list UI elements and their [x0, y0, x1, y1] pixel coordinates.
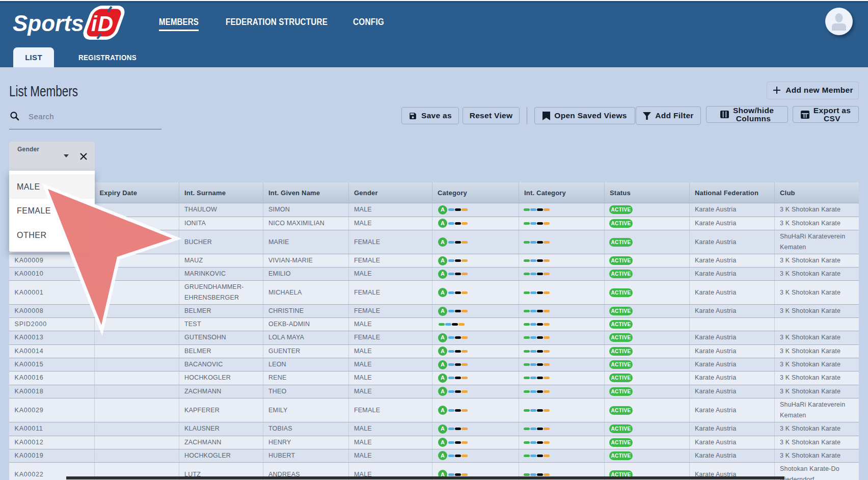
svg-text:iD: iD [91, 12, 114, 36]
